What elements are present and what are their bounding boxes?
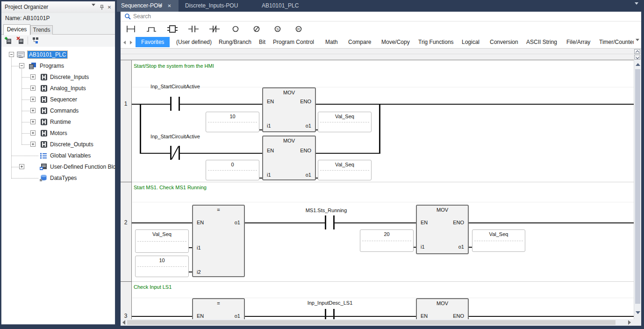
category-file-array[interactable]: File/Array (566, 39, 590, 45)
scroll-right-icon[interactable] (628, 320, 631, 325)
contact-no[interactable] (170, 97, 180, 111)
tree-node-udfb[interactable]: User-Defined Function Blocks (1, 161, 115, 172)
name-value[interactable]: AB10101P (23, 15, 50, 21)
tree-node-label[interactable]: AB10101_PLC (28, 51, 67, 58)
tree-node-program[interactable]: Discrete_Inputs (1, 72, 115, 83)
category-logical[interactable]: Logical (462, 39, 479, 45)
scroll-categories-left-icon[interactable] (123, 41, 126, 44)
operand-box[interactable]: 0 (206, 160, 259, 180)
tree-node-label[interactable]: Programs (40, 62, 64, 70)
category-program-control[interactable]: Program Control (273, 39, 314, 45)
expand-icon[interactable] (30, 97, 36, 102)
tree-node-program[interactable]: Motors (1, 128, 115, 139)
organize-items-icon[interactable] (31, 36, 40, 46)
vertical-scroll-thumb[interactable] (635, 69, 640, 304)
doc-tab-plc[interactable]: AB10101_PLC (252, 0, 310, 12)
category-bit[interactable]: Bit (259, 39, 265, 45)
mov-block[interactable]: MOV EN ENO i1 o1 (416, 205, 469, 254)
equal-block[interactable]: = EN o1 i1 i2 (192, 205, 245, 277)
equal-block[interactable]: = EN o1 (192, 298, 245, 319)
category-move-copy[interactable]: Move/Copy (381, 39, 410, 45)
expand-icon[interactable] (30, 130, 36, 136)
expand-icon[interactable] (30, 86, 36, 91)
contact-no[interactable] (325, 309, 335, 319)
more-categories-icon[interactable] (636, 41, 639, 48)
tree-node-global-variables[interactable]: Global Variables (1, 150, 115, 161)
scroll-left-icon[interactable] (122, 320, 125, 325)
expand-icon[interactable] (30, 142, 36, 147)
expand-up-icon[interactable] (634, 49, 640, 54)
contact-nc[interactable] (170, 146, 180, 160)
operand-box[interactable]: Val_Seq (135, 229, 189, 253)
expand-icon[interactable] (19, 164, 24, 169)
category-ascii[interactable]: ASCII String (526, 39, 557, 45)
coil-reset-icon[interactable]: R (293, 24, 304, 34)
tab-close-icon[interactable]: ✕ (166, 3, 172, 9)
horizontal-scroll-thumb[interactable] (127, 320, 615, 325)
tree-node-program[interactable]: Sequencer (1, 94, 115, 105)
contact-no-icon[interactable] (188, 24, 199, 34)
tree-node-label[interactable]: Runtime (50, 118, 71, 126)
add-item-icon[interactable] (4, 36, 13, 46)
mov-block[interactable]: MOV EN ENO i1 o1 (262, 87, 316, 132)
category-rung-branch[interactable]: Rung/Branch (219, 39, 251, 45)
tree-node-label[interactable]: Global Variables (50, 152, 91, 159)
search-bar[interactable]: Search (121, 12, 641, 21)
category-compare[interactable]: Compare (348, 39, 371, 45)
scroll-down-icon[interactable] (636, 311, 640, 314)
tree-node-program[interactable]: Discrete_Outputs (1, 139, 115, 150)
scroll-up-icon[interactable] (636, 63, 640, 66)
rung-comment[interactable]: Check Input LS1 (134, 284, 172, 290)
contact-tag[interactable]: Inp_StartCircuitActive (150, 84, 200, 89)
tree-node-label[interactable]: Analog_Inputs (50, 85, 86, 92)
close-icon[interactable]: ✕ (107, 5, 112, 10)
tree-node-label[interactable]: Sequencer (50, 96, 77, 103)
tab-pin-icon[interactable] (157, 3, 163, 9)
collapse-icon[interactable] (9, 52, 14, 57)
category-favorites[interactable]: Favorites (136, 37, 170, 47)
doc-tab-discrete-inputs[interactable]: Discrete_Inputs-POU (179, 0, 252, 12)
contact-tag[interactable]: Inp_InputDesc_LS1 (308, 300, 353, 306)
new-branch-icon[interactable] (146, 24, 157, 34)
tab-trends[interactable]: Trends (30, 25, 53, 35)
scroll-categories-right-icon[interactable] (130, 41, 132, 44)
tree-node-label[interactable]: User-Defined Function Blocks (50, 163, 115, 171)
coil-negated-icon[interactable] (251, 24, 262, 34)
category-math[interactable]: Math (325, 39, 338, 45)
project-organizer-titlebar[interactable]: Project Organizer ✕ (1, 1, 115, 14)
mov-block[interactable]: MOV EN ENO i1 o1 (262, 136, 316, 180)
operand-box[interactable]: 10 (135, 256, 189, 277)
contact-tag[interactable]: Inp_StartCircuitActive (150, 134, 200, 139)
contact-nc-icon[interactable] (209, 24, 220, 34)
tree-node-label[interactable]: Motors (50, 129, 67, 137)
rung-comment[interactable]: Start MS1. Check MS1 Running (134, 185, 207, 190)
operand-box[interactable]: Val_Seq (472, 229, 525, 252)
expand-icon[interactable] (30, 108, 36, 113)
splitter-strip-top[interactable] (121, 49, 641, 54)
operand-box[interactable]: 20 (360, 229, 414, 252)
contact-tag[interactable]: MS1.Sts_Running (306, 207, 347, 213)
tab-devices[interactable]: Devices (3, 24, 30, 35)
tree-node-program[interactable]: Runtime (1, 116, 115, 128)
mov-block[interactable]: MOV EN ENO (416, 298, 469, 319)
search-input[interactable]: Search (133, 13, 151, 20)
operand-box[interactable]: Val_Seq (318, 112, 372, 132)
tree-node-program[interactable]: Analog_Inputs (1, 83, 115, 94)
expand-icon[interactable] (30, 119, 36, 124)
ladder-editor-canvas[interactable]: 1 2 3 Start/Stop the system from the HMI… (121, 60, 634, 319)
tab-list-dropdown-icon[interactable] (635, 5, 638, 11)
tree-node-datatypes[interactable]: DataTypes (1, 172, 115, 184)
tree-node-plc[interactable]: AB10101_PLC (1, 49, 115, 60)
new-rung-icon[interactable] (125, 24, 136, 34)
coil-icon[interactable] (230, 24, 241, 34)
vertical-scrollbar[interactable] (634, 60, 641, 319)
collapse-icon[interactable] (19, 63, 24, 68)
tree-node-label[interactable]: Discrete_Inputs (50, 73, 89, 81)
window-menu-icon[interactable] (91, 6, 96, 12)
category-conversion[interactable]: Conversion (490, 39, 518, 45)
tree-node-label[interactable]: Discrete_Outputs (50, 141, 93, 148)
expand-down-icon[interactable] (634, 55, 640, 59)
contact-no[interactable] (325, 215, 335, 229)
splitter-strip-bottom[interactable] (121, 54, 641, 60)
delete-item-icon[interactable] (16, 36, 25, 46)
